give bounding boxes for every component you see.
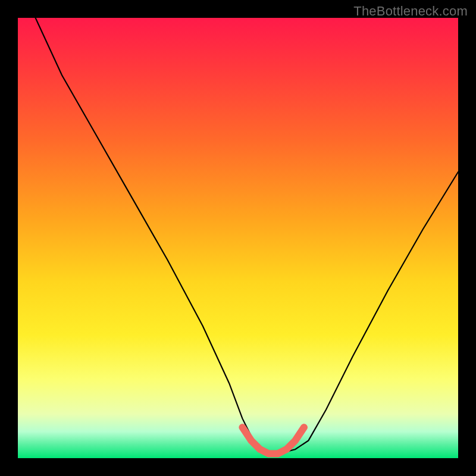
watermark-text: TheBottleneck.com (353, 4, 468, 19)
chart-frame: TheBottleneck.com (0, 0, 476, 476)
chart-svg (18, 18, 458, 458)
plot-area (18, 18, 458, 458)
bottleneck-curve (36, 18, 458, 454)
